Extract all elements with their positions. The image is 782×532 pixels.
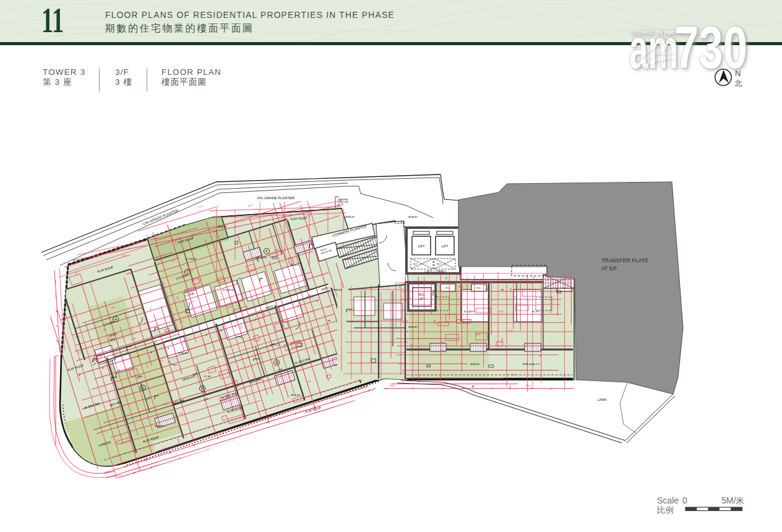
svg-text:am: am	[629, 18, 678, 80]
svg-text:730: 730	[674, 14, 747, 81]
